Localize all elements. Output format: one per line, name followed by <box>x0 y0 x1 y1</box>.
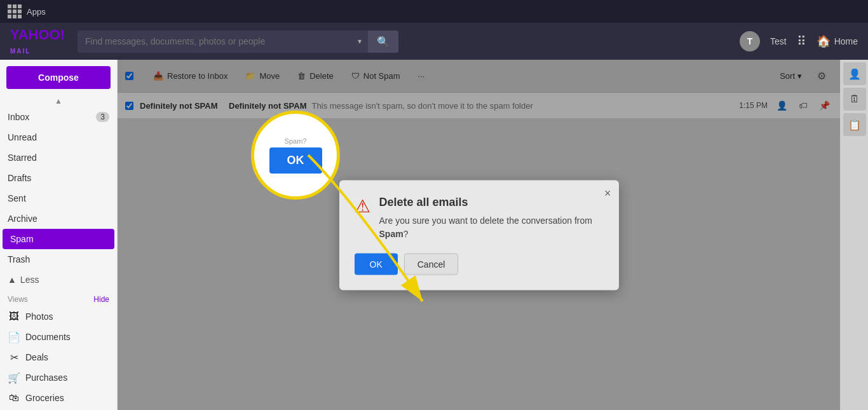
sidebar-item-starred[interactable]: Starred <box>0 147 117 168</box>
yahoo-logo-sub: MAIL <box>10 48 31 55</box>
dialog-header: ⚠ Delete all emails Are you sure you wan… <box>355 195 604 240</box>
unread-label: Unread <box>8 132 37 142</box>
dialog-folder-name: Spam <box>379 228 403 238</box>
purchases-icon: 🛒 <box>8 371 20 384</box>
inbox-label: Inbox <box>8 112 29 122</box>
apps-label: Apps <box>27 7 46 17</box>
home-button[interactable]: 🏠 Home <box>817 34 858 48</box>
search-input[interactable] <box>78 31 351 51</box>
photos-label: Photos <box>25 311 53 322</box>
sidebar-view-documents[interactable]: 📄 Documents <box>0 327 117 347</box>
right-sidebar: 👤 🗓 📋 <box>840 60 868 410</box>
purchases-label: Purchases <box>25 372 67 383</box>
scroll-up-arrow[interactable]: ▲ <box>0 95 117 107</box>
right-icon-2[interactable]: 🗓 <box>843 88 866 111</box>
search-button[interactable]: 🔍 <box>368 31 398 53</box>
less-button[interactable]: ▲ Less <box>0 270 117 290</box>
less-icon: ▲ <box>8 275 17 285</box>
drafts-label: Drafts <box>8 173 31 183</box>
yahoo-logo[interactable]: YAHOO! MAIL <box>10 28 67 55</box>
right-icon-3[interactable]: 📋 <box>843 113 866 136</box>
warning-triangle-icon: ⚠ <box>355 195 370 216</box>
documents-label: Documents <box>25 332 71 342</box>
header: YAHOO! MAIL ▾ 🔍 T Test ⠿ 🏠 Home <box>0 23 868 60</box>
hide-link[interactable]: Hide <box>93 295 109 304</box>
sidebar-view-groceries[interactable]: 🛍 Groceries <box>0 388 117 408</box>
documents-icon: 📄 <box>8 331 20 343</box>
groceries-icon: 🛍 <box>8 392 20 404</box>
home-icon: 🏠 <box>817 34 831 48</box>
delete-dialog: × ⚠ Delete all emails Are you sure you w… <box>339 180 619 290</box>
views-label: Views <box>8 295 28 304</box>
sidebar-item-drafts[interactable]: Drafts <box>0 168 117 188</box>
dialog-body-text: Are you sure you want to delete the conv… <box>379 215 592 225</box>
deals-icon: ✂ <box>8 351 20 364</box>
sidebar: Compose ▲ Inbox 3 Unread Starred Drafts … <box>0 60 118 410</box>
search-bar: ▾ 🔍 <box>78 31 398 53</box>
dialog-ok-button[interactable]: OK <box>355 253 398 275</box>
apps-icon[interactable]: ⠿ <box>797 34 806 49</box>
sent-label: Sent <box>8 193 26 203</box>
avatar: T <box>740 31 760 51</box>
compose-button[interactable]: Compose <box>6 66 111 89</box>
dialog-body: Are you sure you want to delete the conv… <box>379 214 604 240</box>
search-dropdown-button[interactable]: ▾ <box>351 32 368 51</box>
dialog-cancel-button[interactable]: Cancel <box>404 253 459 275</box>
dialog-close-button[interactable]: × <box>604 186 611 200</box>
username-label: Test <box>770 36 787 46</box>
right-icon-1[interactable]: 👤 <box>843 62 866 85</box>
sidebar-item-spam[interactable]: Spam <box>3 229 114 249</box>
content-area: 📥 Restore to Inbox 📁 Move 🗑 Delete 🛡 Not… <box>118 60 840 410</box>
archive-label: Archive <box>8 214 37 224</box>
dialog-buttons: OK Cancel <box>355 253 604 275</box>
trash-label: Trash <box>8 254 30 264</box>
sidebar-view-purchases[interactable]: 🛒 Purchases <box>0 367 117 388</box>
spam-label: Spam <box>10 234 34 244</box>
header-right: T Test ⠿ 🏠 Home <box>740 31 858 51</box>
top-bar: Apps <box>0 0 868 23</box>
sidebar-item-trash[interactable]: Trash <box>0 249 117 270</box>
sidebar-view-deals[interactable]: ✂ Deals <box>0 347 117 367</box>
main-layout: Compose ▲ Inbox 3 Unread Starred Drafts … <box>0 60 868 410</box>
sidebar-item-sent[interactable]: Sent <box>0 188 117 208</box>
less-label: Less <box>20 275 39 285</box>
apps-grid-icon[interactable] <box>8 4 22 18</box>
deals-label: Deals <box>25 352 48 362</box>
sidebar-view-photos[interactable]: 🖼 Photos <box>0 306 117 327</box>
sidebar-item-archive[interactable]: Archive <box>0 208 117 229</box>
groceries-label: Groceries <box>25 393 64 403</box>
photos-icon: 🖼 <box>8 310 20 323</box>
home-label: Home <box>834 36 858 46</box>
sidebar-item-unread[interactable]: Unread <box>0 127 117 147</box>
sidebar-item-inbox[interactable]: Inbox 3 <box>0 107 117 127</box>
inbox-badge: 3 <box>96 112 109 122</box>
views-section-header: Views Hide <box>0 290 117 306</box>
dialog-title: Delete all emails <box>379 195 604 208</box>
starred-label: Starred <box>8 153 37 163</box>
